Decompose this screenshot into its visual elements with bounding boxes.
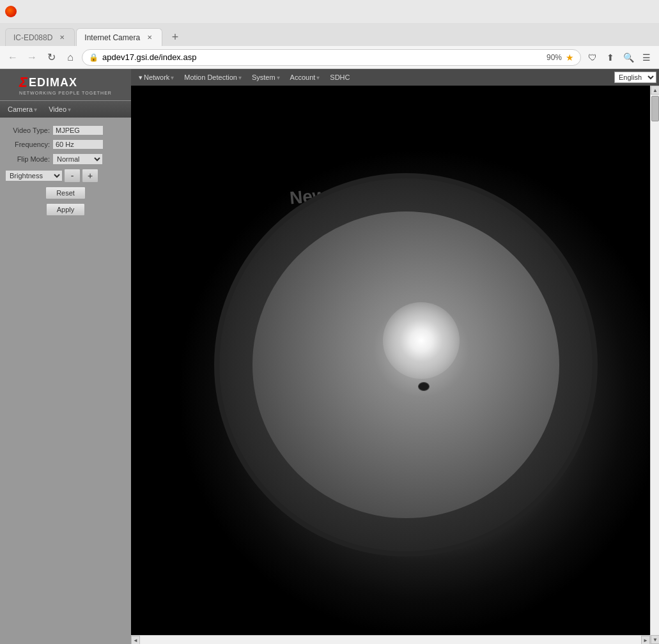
nav-network-label: Network [144,73,169,81]
apply-button[interactable]: Apply [46,203,86,216]
controls-area: Video Type: MJPEG Frequency: 60 Hz Flip … [0,118,131,224]
tab-close-2[interactable]: ✕ [145,33,154,42]
top-nav: ▾ Network ▾ Motion Detection ▾ System ▾ … [131,69,659,86]
camera-view: New... ▲ ▼ [131,86,659,644]
scroll-thumb-v[interactable] [651,96,659,121]
nav-account[interactable]: Account ▾ [285,72,325,82]
tab-bar: IC-ED088D ✕ Internet Camera ✕ + [0,23,659,46]
language-selector-area: English German French [614,72,656,83]
scrollbar-horizontal[interactable]: ◄ ► [131,635,650,644]
scroll-left-button[interactable]: ◄ [131,636,140,644]
nav-video-label: Video [49,105,66,113]
nav-sep-2: ▾ [68,106,71,113]
scrollbar-vertical[interactable]: ▲ ▼ [650,86,659,644]
bookmark-icon[interactable]: ★ [566,52,574,63]
nav-sep-1: ▾ [34,106,37,113]
flip-mode-label: Flip Mode: [5,155,50,163]
tab-ic-ed088d[interactable]: IC-ED088D ✕ [5,28,75,46]
camera-dot [418,382,430,391]
security-icon: 🔒 [89,53,98,62]
video-type-label: Video Type: [5,126,50,134]
scroll-right-button[interactable]: ► [641,636,650,644]
camera-nav: Camera ▾ Video ▾ [0,101,131,118]
forward-button[interactable]: → [24,50,40,65]
tab-label: Internet Camera [84,33,140,42]
decrement-button[interactable]: - [64,169,81,183]
nav-camera-label: Camera [8,105,33,113]
scroll-up-button[interactable]: ▲ [651,86,659,95]
frequency-value: 60 Hz [52,139,104,150]
title-bar [0,0,659,23]
camera-light [383,302,460,379]
browser-toolbar: ← → ↻ ⌂ 🔒 90% ★ 🛡 ⬆ 🔍 ☰ [0,46,659,69]
flip-mode-select[interactable]: Normal Flip Mirror Flip+Mirror [52,153,103,165]
tab-internet-camera[interactable]: Internet Camera ✕ [76,28,162,46]
search-icon[interactable]: 🔍 [621,50,636,65]
nav-motion[interactable]: Motion Detection ▾ [179,72,247,82]
logo-area: Σ EDIMAX NETWORKING PEOPLE TOGETHER [0,69,131,101]
frequency-label: Frequency: [5,141,50,148]
nav-camera[interactable]: Camera ▾ [3,104,42,114]
sidebar: Σ EDIMAX NETWORKING PEOPLE TOGETHER Came… [0,69,131,644]
home-button[interactable]: ⌂ [63,50,78,65]
increment-button[interactable]: + [82,169,98,183]
share-icon[interactable]: ⬆ [603,50,618,65]
tab-close-1[interactable]: ✕ [58,33,66,42]
address-bar: 🔒 90% ★ [82,49,581,66]
brightness-row: Brightness Contrast Saturation Sharpness… [5,169,126,183]
nav-sdhc-label: SDHC [330,73,350,81]
nav-motion-label: Motion Detection [184,73,237,81]
camera-background: New... [131,86,659,644]
zoom-level: 90% [547,53,562,62]
language-select[interactable]: English German French [614,72,656,83]
nav-sdhc[interactable]: SDHC [325,72,355,82]
sigma-icon: Σ [19,74,27,91]
new-tab-button[interactable]: + [166,28,184,46]
nav-network[interactable]: ▾ Network ▾ [134,72,179,83]
nav-account-label: Account [290,73,316,81]
frequency-row: Frequency: 60 Hz [5,139,126,150]
tab-label: IC-ED088D [13,33,52,42]
video-type-row: Video Type: MJPEG [5,125,126,135]
toolbar-icons: 🛡 ⬆ 🔍 ☰ [585,50,654,65]
lens-outer [214,173,598,556]
camera-area: ▾ Network ▾ Motion Detection ▾ System ▾ … [131,69,659,644]
video-type-value: MJPEG [52,125,104,135]
firefox-icon [5,6,17,17]
lens-inner [252,211,559,518]
flip-mode-row: Flip Mode: Normal Flip Mirror Flip+Mirro… [5,153,126,165]
address-input[interactable] [102,52,543,62]
reload-button[interactable]: ↻ [43,50,59,65]
logo-subtitle: NETWORKING PEOPLE TOGETHER [19,91,112,95]
nav-system-label: System [252,73,275,81]
nav-video[interactable]: Video ▾ [43,104,76,114]
page-content: Σ EDIMAX NETWORKING PEOPLE TOGETHER Came… [0,69,659,644]
nav-sep: ▾ [139,73,143,82]
scroll-down-button[interactable]: ▼ [651,635,659,644]
back-button[interactable]: ← [5,50,20,65]
shield-icon[interactable]: 🛡 [585,50,600,65]
nav-system[interactable]: System ▾ [247,72,285,82]
adjustment-select[interactable]: Brightness Contrast Saturation Sharpness [5,170,63,181]
menu-button[interactable]: ☰ [639,50,654,65]
logo-text: EDIMAX [29,76,77,89]
reset-button[interactable]: Reset [45,187,86,199]
